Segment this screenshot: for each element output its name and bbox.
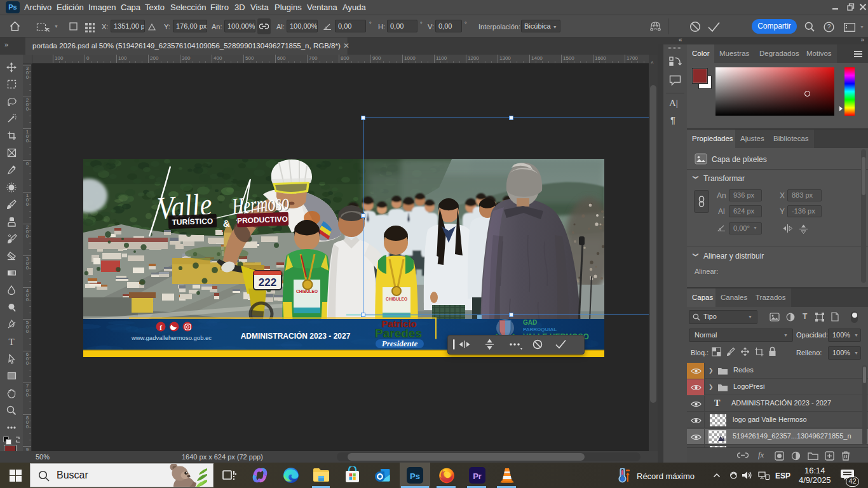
svg-text:PRODUCTIVO: PRODUCTIVO [237,215,288,226]
svg-text:GAD: GAD [523,319,537,326]
svg-text:Paredes: Paredes [375,327,422,340]
svg-text:ADMINISTRACIÓN 2023 - 2027: ADMINISTRACIÓN 2023 - 2027 [241,331,351,341]
svg-text:222: 222 [259,276,276,288]
svg-text:Pr: Pr [473,471,482,481]
svg-text:?: ? [827,24,831,30]
svg-text:www.gadvallehermoso.gob.ec: www.gadvallehermoso.gob.ec [131,334,212,341]
svg-text:f: f [159,323,162,331]
svg-text:&: & [223,218,231,229]
svg-text:Ps: Ps [410,471,420,481]
svg-text:TURÍSTICO: TURÍSTICO [172,216,213,227]
svg-text:PARROQUIAL: PARROQUIAL [523,327,557,332]
svg-text:T: T [8,337,14,347]
svg-text:Presidente: Presidente [382,339,418,348]
svg-text:CHIBULEO: CHIBULEO [386,297,407,301]
